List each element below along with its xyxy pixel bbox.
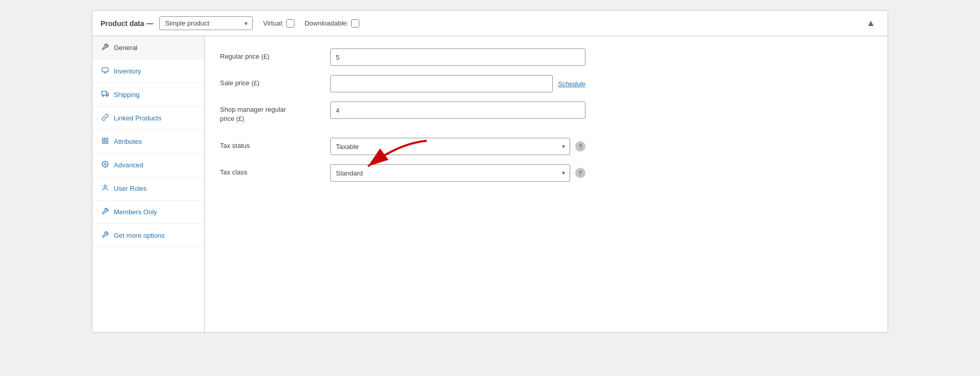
sidebar-label-user-roles: User Roles bbox=[114, 185, 146, 192]
virtual-checkbox-label: Virtual: bbox=[263, 19, 294, 28]
svg-rect-7 bbox=[103, 141, 105, 143]
sidebar-item-user-roles[interactable]: User Roles bbox=[92, 177, 204, 200]
shop-manager-price-label: Shop manager regularprice (£) bbox=[220, 102, 322, 123]
sidebar-item-inventory[interactable]: Inventory bbox=[92, 60, 204, 83]
regular-price-input[interactable] bbox=[330, 48, 585, 66]
link-icon bbox=[101, 114, 110, 122]
field-row-sale-price: Sale price (£) Schedule bbox=[220, 75, 872, 92]
shop-manager-price-input[interactable] bbox=[330, 102, 585, 119]
field-row-tax-status: Tax status Taxable Shipping only None ? bbox=[220, 138, 872, 155]
product-data-label: Product data — bbox=[101, 19, 153, 28]
svg-point-2 bbox=[103, 95, 104, 96]
sidebar-label-get-more-options: Get more options bbox=[114, 232, 165, 239]
sidebar-item-advanced[interactable]: Advanced bbox=[92, 154, 204, 177]
downloadable-checkbox[interactable] bbox=[351, 19, 359, 28]
attributes-icon bbox=[101, 137, 110, 146]
user-icon bbox=[101, 184, 110, 193]
regular-price-input-wrap bbox=[330, 48, 585, 66]
sidebar-label-members-only: Members Only bbox=[114, 208, 157, 216]
product-data-header: Product data — Simple product Variable p… bbox=[92, 11, 888, 36]
sale-price-label: Sale price (£) bbox=[220, 75, 322, 88]
sidebar-item-general[interactable]: General bbox=[92, 36, 204, 60]
sidebar-label-inventory: Inventory bbox=[114, 67, 141, 75]
sidebar-label-attributes: Attributes bbox=[114, 138, 142, 145]
sidebar-label-shipping: Shipping bbox=[114, 91, 140, 98]
field-row-shop-manager-price: Shop manager regularprice (£) bbox=[220, 102, 872, 123]
sale-price-input[interactable] bbox=[330, 75, 553, 92]
members-icon bbox=[101, 208, 110, 216]
downloadable-checkbox-label: Downloadable: bbox=[305, 19, 359, 28]
sidebar: General Inventory Shipping Linked Produc… bbox=[92, 36, 205, 332]
gear-icon bbox=[101, 161, 110, 169]
get-more-icon bbox=[101, 231, 110, 240]
virtual-checkbox[interactable] bbox=[286, 19, 295, 28]
tax-class-input-wrap: Standard Reduced rate Zero rate ? bbox=[330, 164, 585, 182]
svg-rect-4 bbox=[103, 138, 105, 140]
sidebar-item-get-more-options[interactable]: Get more options bbox=[92, 224, 204, 247]
svg-rect-0 bbox=[102, 68, 108, 72]
collapse-button[interactable]: ▲ bbox=[862, 16, 879, 31]
product-data-body: General Inventory Shipping Linked Produc… bbox=[92, 36, 888, 332]
inventory-icon bbox=[101, 67, 110, 76]
sidebar-item-members-only[interactable]: Members Only bbox=[92, 200, 204, 224]
truck-icon bbox=[101, 90, 110, 99]
sidebar-item-linked-products[interactable]: Linked Products bbox=[92, 107, 204, 130]
tax-class-select-wrapper: Standard Reduced rate Zero rate bbox=[330, 164, 570, 182]
svg-point-3 bbox=[106, 95, 108, 96]
sidebar-label-general: General bbox=[114, 44, 137, 52]
product-type-wrapper: Simple product Variable product Grouped … bbox=[159, 16, 253, 30]
downloadable-label: Downloadable: bbox=[305, 19, 349, 27]
sidebar-label-advanced: Advanced bbox=[114, 161, 143, 169]
svg-point-8 bbox=[104, 163, 106, 165]
tax-class-select[interactable]: Standard Reduced rate Zero rate bbox=[330, 164, 570, 182]
schedule-link[interactable]: Schedule bbox=[558, 80, 585, 88]
field-row-tax-class: Tax class Standard Reduced rate Zero rat… bbox=[220, 164, 872, 182]
tax-status-select-wrapper: Taxable Shipping only None bbox=[330, 138, 570, 155]
svg-rect-1 bbox=[102, 91, 107, 95]
main-panel: Regular price (£) Sale price (£) Schedul… bbox=[205, 36, 888, 332]
tax-class-help-icon[interactable]: ? bbox=[575, 168, 585, 178]
sidebar-item-attributes[interactable]: Attributes bbox=[92, 130, 204, 154]
shop-manager-price-input-wrap bbox=[330, 102, 585, 119]
tax-status-input-wrap: Taxable Shipping only None ? bbox=[330, 138, 585, 155]
sidebar-item-shipping[interactable]: Shipping bbox=[92, 83, 204, 107]
tax-status-select[interactable]: Taxable Shipping only None bbox=[330, 138, 570, 155]
product-type-select[interactable]: Simple product Variable product Grouped … bbox=[159, 16, 253, 30]
sale-price-input-wrap: Schedule bbox=[330, 75, 585, 92]
svg-point-9 bbox=[104, 185, 107, 188]
tax-status-help-icon[interactable]: ? bbox=[575, 141, 585, 152]
tax-status-label: Tax status bbox=[220, 138, 322, 151]
virtual-label: Virtual: bbox=[263, 19, 283, 27]
wrench-icon bbox=[101, 43, 110, 52]
svg-rect-6 bbox=[106, 141, 108, 143]
regular-price-label: Regular price (£) bbox=[220, 48, 322, 61]
sidebar-label-linked-products: Linked Products bbox=[114, 114, 161, 122]
checkbox-group: Virtual: Downloadable: bbox=[263, 19, 359, 28]
tax-class-label: Tax class bbox=[220, 164, 322, 177]
field-row-regular-price: Regular price (£) bbox=[220, 48, 872, 66]
svg-rect-5 bbox=[106, 138, 108, 140]
